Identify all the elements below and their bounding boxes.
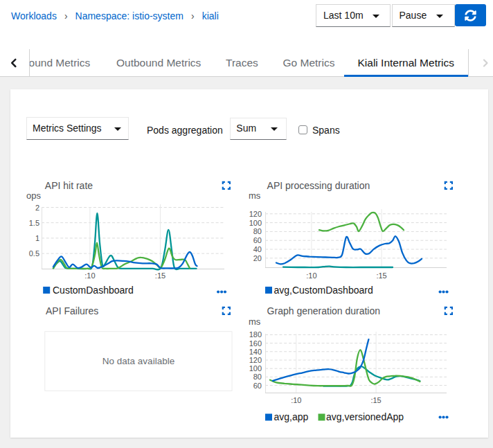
svg-text:ops: ops [26,190,41,201]
svg-text:1: 1 [35,234,39,242]
svg-text::15: :15 [370,396,381,404]
svg-text:120: 120 [249,356,262,364]
svg-text:80: 80 [253,373,262,381]
svg-text:avg,CustomDashboard: avg,CustomDashboard [274,285,373,296]
svg-text:160: 160 [249,339,262,348]
svg-text::10: :10 [84,271,95,280]
svg-text:1.5: 1.5 [29,219,39,227]
svg-text::10: :10 [306,271,316,280]
svg-text:100: 100 [249,219,262,227]
svg-text:CustomDashboard: CustomDashboard [53,285,134,296]
svg-text:20: 20 [253,254,262,262]
svg-text:0.5: 0.5 [29,249,39,258]
svg-text:avg,app: avg,app [274,411,309,422]
svg-text:ms: ms [249,190,261,201]
svg-text:120: 120 [249,210,262,218]
svg-text:40: 40 [253,245,262,253]
svg-text:60: 60 [253,382,262,390]
svg-text::15: :15 [376,271,386,280]
svg-text:Graph generation duration: Graph generation duration [267,305,380,316]
svg-text:2: 2 [35,204,39,212]
svg-text:API Failures: API Failures [46,305,98,316]
svg-text:100: 100 [249,364,262,373]
svg-text:180: 180 [249,330,262,339]
svg-text:80: 80 [253,227,262,235]
svg-text:No data available: No data available [102,356,174,366]
svg-text:ms: ms [249,316,261,327]
svg-text:avg,versionedApp: avg,versionedApp [326,411,404,422]
svg-text::15: :15 [155,271,165,280]
svg-text::10: :10 [291,396,301,404]
svg-text:140: 140 [249,348,262,356]
svg-text:60: 60 [253,236,262,244]
svg-text:API processing duration: API processing duration [267,180,370,191]
svg-text:API hit rate: API hit rate [45,180,93,191]
